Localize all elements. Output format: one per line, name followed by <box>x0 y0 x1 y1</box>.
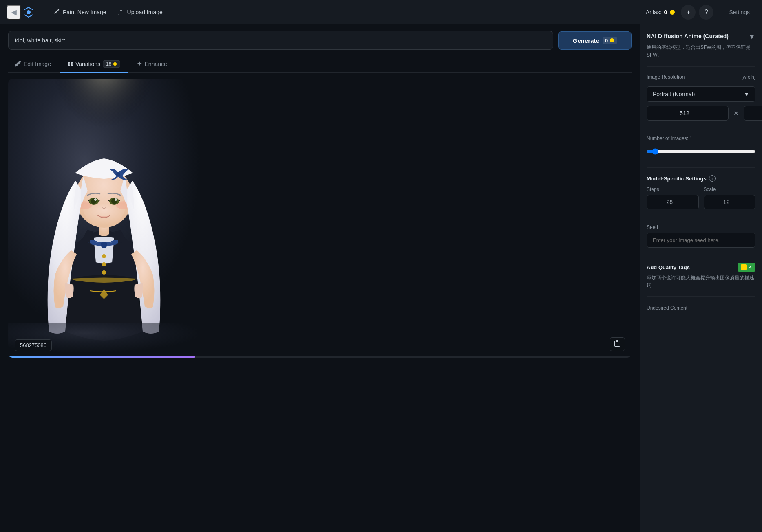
quality-tags-section: Add Quality Tags ✓ 添加两个也许可能大概会提升输出图像质量的描… <box>647 263 755 289</box>
steps-scale-row: Steps Scale <box>647 187 755 209</box>
resolution-label-row: Image Resolution [w x h] <box>647 74 755 83</box>
tabs-row: Edit Image Variations 18 <box>8 56 632 73</box>
tab-edit-image-label: Edit Image <box>24 61 51 67</box>
anlas-count: 0 <box>664 9 667 15</box>
undesired-content-section: Undesired Content <box>647 304 755 311</box>
image-seed-bar: 568275086 <box>15 339 52 351</box>
tab-variations-label: Variations <box>75 61 100 67</box>
resolution-chevron-icon: ▼ <box>744 91 749 97</box>
generate-cost-badge: 0 <box>603 37 617 44</box>
right-panel: NAI Diffusion Anime (Curated) ▼ 通用的基线模型，… <box>640 24 762 532</box>
upload-image-button[interactable]: Upload Image <box>112 6 168 18</box>
brush-icon <box>53 9 60 15</box>
resolution-swap-button[interactable]: ✕ <box>732 108 740 119</box>
divider-2 <box>647 128 755 128</box>
left-panel: Generate 0 Edit Image <box>0 24 640 532</box>
num-images-slider[interactable] <box>647 145 755 158</box>
num-images-value: 1 <box>689 136 692 141</box>
svg-point-3 <box>610 38 614 42</box>
seed-input[interactable] <box>647 233 755 248</box>
divider-5 <box>647 255 755 255</box>
logo-icon <box>21 5 36 20</box>
resolution-inputs: ✕ <box>647 106 755 121</box>
resolution-label: Image Resolution <box>647 74 685 80</box>
upload-image-label: Upload Image <box>127 9 163 15</box>
main-content: Generate 0 Edit Image <box>0 24 762 532</box>
anlas-cost-icon <box>610 38 614 43</box>
svg-point-21 <box>115 198 117 201</box>
scale-label: Scale <box>704 187 756 192</box>
paint-new-image-button[interactable]: Paint New Image <box>48 6 112 18</box>
tab-enhance-label: Enhance <box>145 61 167 67</box>
svg-rect-5 <box>71 62 73 64</box>
generate-button[interactable]: Generate 0 <box>558 31 632 50</box>
svg-point-24 <box>102 262 106 266</box>
svg-point-2 <box>670 10 675 15</box>
anlas-label: Anlas: <box>646 9 662 15</box>
anlas-display: Anlas: 0 <box>646 9 676 15</box>
nav-divider <box>46 6 46 18</box>
tab-edit-image[interactable]: Edit Image <box>8 57 58 72</box>
undesired-content-label: Undesired Content <box>647 305 687 311</box>
model-expand-button[interactable]: ▼ <box>748 33 755 41</box>
model-description: 通用的基线模型，适合出SFW的图，但不保证是SFW。 <box>647 44 755 59</box>
anlas-icon <box>669 9 675 15</box>
tab-enhance[interactable]: Enhance <box>129 57 174 72</box>
scale-input[interactable] <box>704 195 756 209</box>
tab-variations[interactable]: Variations 18 <box>60 56 128 73</box>
num-images-section: Number of Images: 1 <box>647 136 755 160</box>
quality-tags-description: 添加两个也许可能大概会提升输出图像质量的描述词 <box>647 274 755 289</box>
svg-point-22 <box>116 172 120 176</box>
num-images-label: Number of Images: 1 <box>647 136 755 141</box>
divider-6 <box>647 296 755 297</box>
help-icon: ? <box>705 9 708 16</box>
divider-4 <box>647 217 755 217</box>
model-settings-section: Model-Specific Settings i Steps Scale <box>647 175 755 209</box>
steps-label: Steps <box>647 187 699 192</box>
generate-cost: 0 <box>605 37 608 44</box>
resolution-dimension-label: [w x h] <box>741 74 755 80</box>
svg-point-1 <box>27 10 31 14</box>
back-button[interactable]: ◀ <box>7 5 21 20</box>
svg-point-25 <box>102 270 106 275</box>
model-info-section: NAI Diffusion Anime (Curated) ▼ 通用的基线模型，… <box>647 33 755 59</box>
steps-input[interactable] <box>647 195 699 209</box>
quality-tags-toggle[interactable]: ✓ <box>738 263 755 272</box>
enhance-icon <box>137 61 142 67</box>
resolution-preset-label: Portrait (Normal) <box>653 91 695 97</box>
quality-tags-label: Add Quality Tags <box>647 264 690 270</box>
top-nav: ◀ Paint New Image Upload Image Anlas: 0 … <box>0 0 762 24</box>
divider-3 <box>647 167 755 168</box>
seed-label: Seed <box>647 224 755 230</box>
copy-icon <box>614 340 621 347</box>
image-progress-fill <box>8 356 195 358</box>
seed-section: Seed <box>647 224 755 248</box>
paint-new-image-label: Paint New Image <box>63 9 106 15</box>
resolution-select[interactable]: Portrait (Normal) ▼ <box>647 86 755 102</box>
prompt-bar: Generate 0 <box>8 31 632 50</box>
seed-value: 568275086 <box>15 339 52 351</box>
toggle-dot <box>741 264 747 270</box>
svg-point-11 <box>101 242 107 248</box>
model-settings-info-icon[interactable]: i <box>709 175 716 182</box>
resolution-height-input[interactable] <box>744 106 762 121</box>
model-title: NAI Diffusion Anime (Curated) <box>647 33 729 41</box>
image-area: 568275086 <box>8 79 632 358</box>
copy-image-button[interactable] <box>610 337 625 351</box>
quality-tags-row: Add Quality Tags ✓ <box>647 263 755 272</box>
generate-label: Generate <box>573 37 599 44</box>
variations-count: 18 <box>106 61 111 67</box>
variations-icon <box>67 61 73 67</box>
model-settings-label: Model-Specific Settings <box>647 176 707 182</box>
prompt-input[interactable] <box>8 31 553 50</box>
badge-coin-icon <box>113 62 117 66</box>
resolution-width-input[interactable] <box>647 106 729 121</box>
settings-link[interactable]: Settings <box>723 7 755 18</box>
toggle-check-icon: ✓ <box>748 264 752 270</box>
svg-point-8 <box>113 62 117 66</box>
help-button[interactable]: ? <box>699 5 713 20</box>
model-settings-header: Model-Specific Settings i <box>647 175 755 182</box>
edit-icon <box>15 61 21 67</box>
scale-section: Scale <box>704 187 756 209</box>
add-button[interactable]: + <box>681 5 696 20</box>
